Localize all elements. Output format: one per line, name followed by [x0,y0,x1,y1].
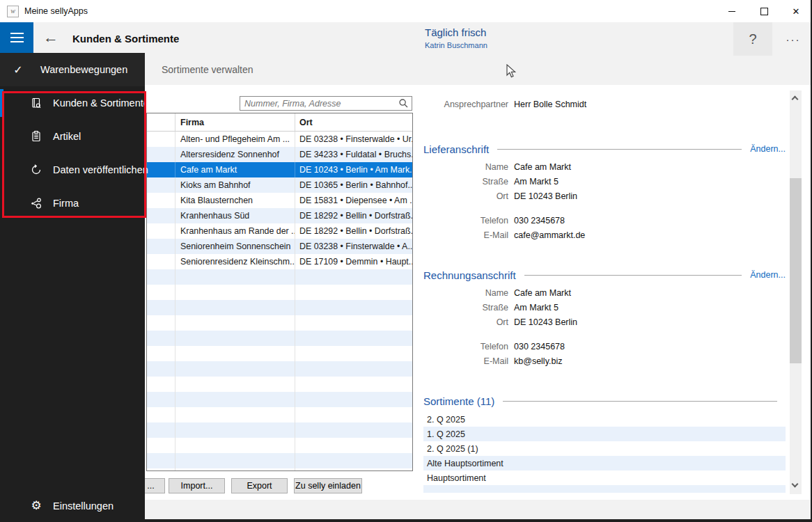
navigation-sidebar: ✓ Warenbewegungen Kunden & SortimenteArt… [0,53,145,522]
tab-sortimente-verwalten[interactable]: Sortimente verwalten [162,56,253,85]
table-row[interactable]: Seniorenresidenz Kleinschm...DE 17109 • … [147,254,412,269]
maximize-icon [760,8,768,15]
table-row-empty[interactable] [147,407,412,422]
table-row-empty[interactable] [147,300,412,315]
column-firma[interactable]: Firma [175,113,295,131]
change-link[interactable]: Ändern... [750,270,786,280]
column-ort[interactable]: Ort [295,113,412,131]
back-button[interactable]: ← [39,28,63,49]
window-title: Meine sellyApps [24,0,88,22]
cell-spacer [147,392,175,407]
close-icon: ✕ [793,6,800,17]
cell-spacer [147,147,175,162]
cell-firma [175,285,295,300]
gear-icon: ⚙ [29,499,43,513]
cell-firma: Cafe am Markt [175,162,295,177]
field-label: Name [423,288,508,298]
cell-firma [175,346,295,361]
sidebar-item-artikel[interactable]: Artikel [0,120,145,153]
table-row[interactable]: Kita BlausternchenDE 15831 • Diepensee •… [147,193,412,208]
sortiment-item[interactable]: Hauptsortiment [423,470,786,485]
table-row-empty[interactable] [147,269,412,285]
table-row-empty[interactable] [147,377,412,392]
invite-to-selly-button[interactable]: Zu selly einladen [294,478,362,493]
cell-firma [175,392,295,407]
cell-ort [295,468,412,471]
table-row-empty[interactable] [147,331,412,346]
import-button[interactable]: Import... [169,478,225,493]
more-button[interactable]: ··· [776,22,810,56]
table-row[interactable]: Alten- und Pflegeheim Am ...DE 03238 • F… [147,132,412,147]
table-row[interactable]: Seniorenheim SonnenscheinDE 03238 • Fins… [147,239,412,254]
table-row-empty[interactable] [147,453,412,468]
field-row: Telefon030 2345678 [423,339,786,354]
scroll-up-icon[interactable] [792,96,799,103]
sidebar-item-einstellungen[interactable]: ⚙ Einstellungen [0,489,145,522]
cell-spacer [147,361,175,377]
cell-spacer [147,132,175,147]
sortiment-item[interactable]: Alte Hauptsortiment [423,456,786,470]
table-row[interactable]: Altersresidenz SonnenhofDE 34233 • Fulda… [147,147,412,162]
sidebar-item-label: Firma [53,198,79,209]
field-row: E-Mailkb@selly.biz [423,354,786,368]
sidebar-item-firma[interactable]: Firma [0,187,145,220]
hamburger-menu-button[interactable] [0,22,33,53]
section-rechnungsanschrift: RechnungsanschriftÄndern...NameCafe am M… [423,267,786,368]
table-body: Alten- und Pflegeheim Am ...DE 03238 • F… [147,132,412,471]
vertical-scrollbar[interactable] [790,90,802,494]
cell-spacer [147,177,175,193]
cell-firma [175,468,295,471]
scroll-down-icon[interactable] [792,481,799,488]
field-row: NameCafe am Markt [423,285,786,300]
search-input[interactable] [240,96,412,111]
cell-spacer [147,422,175,438]
field-value: Am Markt 5 [514,303,559,313]
section-divider [524,275,742,276]
account-block[interactable]: Täglich frisch Katrin Buschmann [425,26,487,49]
maximize-button[interactable] [748,0,780,22]
sortimente-list: 2. Q 20251. Q 20252. Q 2025 (1)Alte Haup… [423,412,786,493]
table-row-empty[interactable] [147,315,412,331]
table-row[interactable]: Kranhenhaus SüdDE 18292 • Bellin • Dorfs… [147,208,412,223]
table-row-empty[interactable] [147,422,412,438]
sortiment-item[interactable] [423,485,786,493]
table-row[interactable]: Kioks am BahnhofDE 10365 • Berlin • Bahn… [147,177,412,193]
field-row: Telefon030 2345678 [423,213,786,228]
field-value: 030 2345678 [514,342,565,351]
sortimente-section: Sortimente (11) 2. Q 20251. Q 20252. Q 2… [423,393,786,493]
table-row-empty[interactable] [147,361,412,377]
cell-firma [175,300,295,315]
search-box [240,96,412,111]
sortiment-item[interactable]: 2. Q 2025 [423,412,786,427]
table-row-empty[interactable] [147,468,412,471]
table-row[interactable]: Kranhenhaus am Rande der ...DE 18292 • B… [147,223,412,239]
table-row-empty[interactable] [147,392,412,407]
change-link[interactable]: Ändern... [750,144,786,154]
minimize-button[interactable] [716,0,748,22]
sortiment-item[interactable]: 2. Q 2025 (1) [423,441,786,456]
scrollbar-thumb[interactable] [790,178,802,363]
cell-spacer [147,239,175,254]
sidebar-item-kunden-sortimente[interactable]: Kunden & Sortimente [0,86,145,120]
table-row[interactable]: Cafe am MarktDE 10243 • Berlin • Am Mark… [147,162,412,177]
cell-spacer [147,193,175,208]
cell-ort: DE 10243 • Berlin • Am Mark... [295,162,412,177]
cell-ort [295,407,412,422]
table-row-empty[interactable] [147,438,412,453]
sidebar-item-warenbewegungen[interactable]: ✓ Warenbewegungen [0,53,145,86]
field-value: Cafe am Markt [514,162,571,172]
sidebar-item-label: Daten veröffentlichen [53,164,148,175]
help-button[interactable]: ? [733,22,772,56]
table-row-empty[interactable] [147,285,412,300]
field-value: DE 10243 Berlin [514,191,577,201]
close-button[interactable]: ✕ [780,0,812,22]
sortiment-item[interactable]: 1. Q 2025 [423,427,786,441]
sidebar-item-daten-ver-ffentlichen[interactable]: Daten veröffentlichen [0,153,145,187]
cell-spacer [147,300,175,315]
field-label: E-Mail [423,356,508,366]
field-value: Cafe am Markt [514,288,571,298]
cell-ort: DE 18292 • Bellin • Dorfstraß... [295,223,412,239]
table-row-empty[interactable] [147,346,412,361]
export-button[interactable]: Export [231,478,288,493]
cell-ort: DE 15831 • Diepensee • Am ... [295,193,412,208]
